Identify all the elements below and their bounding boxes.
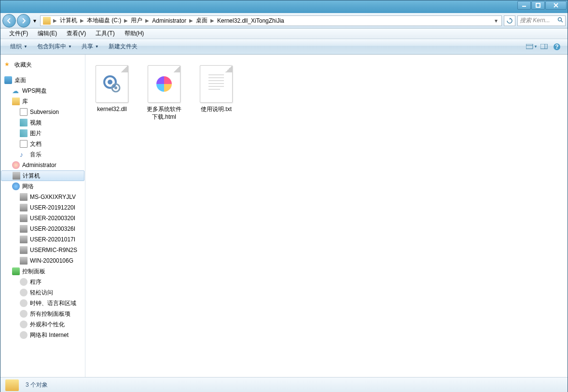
navigation-pane: ★收藏夹 桌面 ☁WPS网盘 库 Subversion 视频 图片 文档 ♪音乐… bbox=[0, 55, 85, 377]
breadcrumb-item[interactable]: Administrator bbox=[150, 17, 188, 24]
tree-pictures[interactable]: 图片 bbox=[0, 128, 85, 139]
menu-tools[interactable]: 工具(T) bbox=[91, 28, 119, 39]
clock-region-icon bbox=[20, 299, 28, 307]
user-icon bbox=[12, 161, 20, 169]
view-options-button[interactable]: ▼ bbox=[526, 41, 538, 53]
navigation-bar: ▾ ▶ 计算机 ▶ 本地磁盘 (C:) ▶ 用户 ▶ Administrator… bbox=[0, 13, 568, 28]
computer-icon bbox=[20, 246, 28, 254]
tree-network[interactable]: 网络 bbox=[0, 181, 85, 192]
tree-network-pc[interactable]: USER-20200326I bbox=[0, 224, 85, 234]
address-dropdown[interactable]: ▾ bbox=[491, 17, 501, 24]
content-area: ★收藏夹 桌面 ☁WPS网盘 库 Subversion 视频 图片 文档 ♪音乐… bbox=[0, 55, 568, 377]
tree-desktop[interactable]: 桌面 bbox=[0, 75, 85, 85]
star-icon: ★ bbox=[4, 61, 12, 69]
folder-icon bbox=[43, 17, 51, 25]
library-icon bbox=[12, 98, 20, 105]
tree-cp-item[interactable]: 轻松访问 bbox=[0, 287, 85, 298]
tree-network-pc[interactable]: MS-GXKIXRYJLV bbox=[0, 192, 85, 202]
chevron-right-icon: ▶ bbox=[144, 18, 150, 23]
organize-button[interactable]: 组织▼ bbox=[5, 41, 32, 53]
svg-rect-8 bbox=[540, 44, 547, 49]
tree-network-pc[interactable]: WIN-20200106G bbox=[0, 255, 85, 266]
svg-point-15 bbox=[114, 86, 117, 89]
tree-library[interactable]: 库 bbox=[0, 96, 85, 107]
preview-pane-button[interactable] bbox=[539, 41, 550, 53]
tree-subversion[interactable]: Subversion bbox=[0, 107, 85, 117]
video-icon bbox=[20, 119, 28, 126]
html-file-icon bbox=[148, 65, 180, 103]
computer-icon bbox=[20, 204, 28, 211]
maximize-button[interactable] bbox=[531, 1, 545, 10]
appearance-icon bbox=[20, 321, 28, 328]
tree-wps[interactable]: ☁WPS网盘 bbox=[0, 85, 85, 96]
tree-cp-item[interactable]: 外观和个性化 bbox=[0, 319, 85, 330]
tree-documents[interactable]: 文档 bbox=[0, 139, 85, 149]
menu-help[interactable]: 帮助(H) bbox=[120, 28, 149, 39]
tree-network-pc[interactable]: USER-20201017I bbox=[0, 234, 85, 245]
refresh-button[interactable] bbox=[504, 15, 515, 26]
tree-administrator[interactable]: Administrator bbox=[0, 160, 85, 170]
chevron-right-icon: ▶ bbox=[79, 18, 85, 23]
computer-icon bbox=[20, 257, 28, 265]
tree-cp-item[interactable]: 所有控制面板项 bbox=[0, 308, 85, 319]
svg-rect-1 bbox=[536, 3, 540, 7]
breadcrumb-item[interactable]: 用户 bbox=[129, 16, 144, 25]
include-in-library-button[interactable]: 包含到库中▼ bbox=[32, 41, 77, 53]
ease-of-access-icon bbox=[20, 289, 28, 296]
cloud-icon: ☁ bbox=[12, 87, 20, 95]
address-bar[interactable]: ▶ 计算机 ▶ 本地磁盘 (C:) ▶ 用户 ▶ Administrator ▶… bbox=[40, 15, 502, 26]
search-input[interactable]: 搜索 Kern... bbox=[517, 15, 566, 26]
status-text: 3 个对象 bbox=[26, 381, 48, 389]
new-folder-button[interactable]: 新建文件夹 bbox=[104, 41, 142, 53]
tree-computer[interactable]: 计算机 bbox=[1, 170, 84, 181]
breadcrumb-item[interactable]: 计算机 bbox=[58, 16, 79, 25]
file-item-dll[interactable]: kernel32.dll bbox=[90, 63, 134, 115]
file-item-txt[interactable]: 使用说明.txt bbox=[194, 63, 238, 115]
help-button[interactable]: ? bbox=[551, 41, 563, 53]
tree-cp-item[interactable]: 程序 bbox=[0, 277, 85, 287]
pictures-icon bbox=[20, 129, 28, 137]
tree-network-pc[interactable]: USERMIC-R9N2S bbox=[0, 245, 85, 255]
chevron-right-icon: ▶ bbox=[123, 18, 129, 23]
tree-network-pc[interactable]: USER-20191220I bbox=[0, 202, 85, 213]
svg-text:?: ? bbox=[555, 43, 558, 50]
tree-video[interactable]: 视频 bbox=[0, 117, 85, 128]
tree-network-pc[interactable]: USER-20200320I bbox=[0, 213, 85, 224]
computer-icon bbox=[20, 193, 28, 201]
desktop-icon bbox=[4, 76, 12, 84]
file-name: kernel32.dll bbox=[97, 106, 126, 113]
menu-view[interactable]: 查看(V) bbox=[62, 28, 91, 39]
menu-edit[interactable]: 编辑(E) bbox=[33, 28, 62, 39]
tree-control-panel[interactable]: 控制面板 bbox=[0, 266, 85, 277]
status-bar: 3 个对象 bbox=[0, 377, 568, 392]
titlebar bbox=[0, 0, 568, 13]
menu-bar: 文件(F) 编辑(E) 查看(V) 工具(T) 帮助(H) bbox=[0, 28, 568, 39]
tree-favorites[interactable]: ★收藏夹 bbox=[0, 59, 85, 70]
file-name: 使用说明.txt bbox=[201, 106, 232, 113]
computer-icon bbox=[13, 172, 20, 180]
search-icon bbox=[557, 17, 563, 24]
document-icon bbox=[20, 108, 28, 116]
menu-file[interactable]: 文件(F) bbox=[4, 28, 33, 39]
all-items-icon bbox=[20, 310, 28, 318]
breadcrumb-item[interactable]: 本地磁盘 (C:) bbox=[85, 16, 123, 25]
computer-icon bbox=[20, 236, 28, 243]
share-button[interactable]: 共享▼ bbox=[77, 41, 104, 53]
tree-cp-item[interactable]: 网络和 Internet bbox=[0, 330, 85, 340]
forward-button[interactable] bbox=[17, 14, 30, 28]
minimize-button[interactable] bbox=[517, 1, 531, 10]
file-item-html[interactable]: 更多系统软件下载.html bbox=[142, 63, 186, 123]
close-button[interactable] bbox=[545, 1, 567, 10]
svg-point-4 bbox=[558, 18, 562, 21]
back-button[interactable] bbox=[2, 14, 16, 28]
network-internet-icon bbox=[20, 331, 28, 339]
dll-file-icon bbox=[96, 65, 128, 103]
tree-music[interactable]: ♪音乐 bbox=[0, 149, 85, 160]
chevron-right-icon: ▶ bbox=[209, 18, 215, 23]
nav-history-dropdown[interactable]: ▾ bbox=[31, 16, 38, 26]
tree-cp-item[interactable]: 时钟、语言和区域 bbox=[0, 298, 85, 308]
file-list: kernel32.dll 更多系统软件下载.html 使用说明.txt bbox=[85, 55, 568, 377]
breadcrumb-item[interactable]: 桌面 bbox=[194, 16, 209, 25]
breadcrumb-item[interactable]: Kernel32.dll_XiTongZhiJia bbox=[215, 17, 286, 24]
computer-icon bbox=[20, 225, 28, 233]
